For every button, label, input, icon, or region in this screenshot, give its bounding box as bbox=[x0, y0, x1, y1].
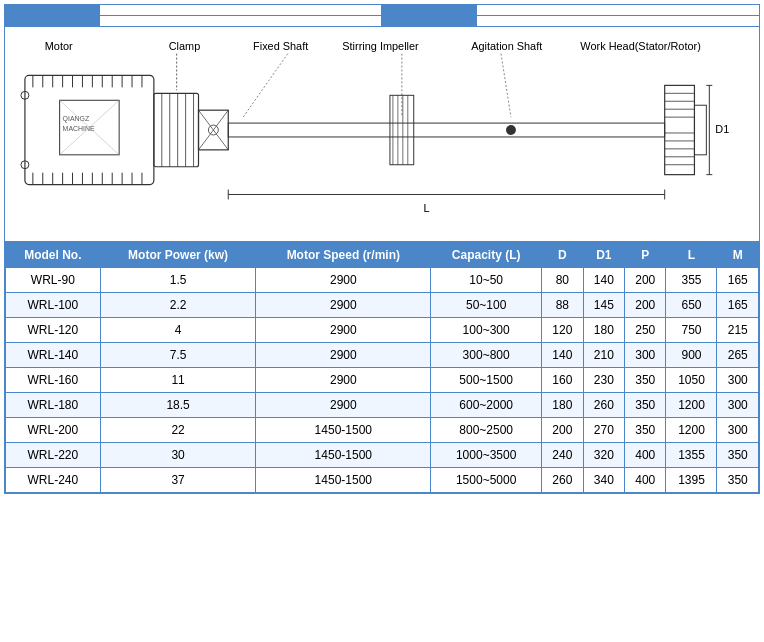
table-header-0: Model No. bbox=[6, 243, 101, 268]
table-cell-4-5: 230 bbox=[583, 368, 624, 393]
table-cell-5-1: 18.5 bbox=[100, 393, 256, 418]
table-cell-4-4: 160 bbox=[542, 368, 583, 393]
table-row: WRL-901.5290010~5080140200355165 bbox=[6, 268, 759, 293]
agitation-leader bbox=[501, 54, 511, 117]
table-cell-2-6: 250 bbox=[625, 318, 666, 343]
table-cell-6-2: 1450-1500 bbox=[256, 418, 431, 443]
table-cell-0-2: 2900 bbox=[256, 268, 431, 293]
table-cell-6-8: 300 bbox=[717, 418, 759, 443]
table-row: WRL-1002.2290050~10088145200650165 bbox=[6, 293, 759, 318]
table-cell-1-0: WRL-100 bbox=[6, 293, 101, 318]
table-row: WRL-18018.52900600~20001802603501200300 bbox=[6, 393, 759, 418]
fixed-shaft-label: Fixed Shaft bbox=[253, 40, 308, 52]
table-cell-8-6: 400 bbox=[625, 468, 666, 493]
table-header-3: Capacity (L) bbox=[431, 243, 542, 268]
info-grid-2 bbox=[5, 16, 759, 27]
agitation-shaft-dot bbox=[506, 125, 516, 135]
l-label: L bbox=[424, 202, 430, 214]
table-header-5: D1 bbox=[583, 243, 624, 268]
material-label bbox=[382, 5, 477, 15]
table-row: WRL-12042900100~300120180250750215 bbox=[6, 318, 759, 343]
table-cell-4-6: 350 bbox=[625, 368, 666, 393]
table-cell-7-0: WRL-220 bbox=[6, 443, 101, 468]
table-cell-8-7: 1395 bbox=[666, 468, 717, 493]
table-cell-3-5: 210 bbox=[583, 343, 624, 368]
diagram-svg: Motor Clamp Fixed Shaft Stirring Impelle… bbox=[15, 35, 749, 230]
components-row bbox=[382, 16, 759, 26]
table-cell-8-8: 350 bbox=[717, 468, 759, 493]
table-row: WRL-160112900500~15001602303501050300 bbox=[6, 368, 759, 393]
table-cell-3-7: 900 bbox=[666, 343, 717, 368]
table-header-row: Model No.Motor Power (kw)Motor Speed (r/… bbox=[6, 243, 759, 268]
table-cell-8-2: 1450-1500 bbox=[256, 468, 431, 493]
table-cell-5-8: 300 bbox=[717, 393, 759, 418]
table-cell-4-0: WRL-160 bbox=[6, 368, 101, 393]
table-cell-3-2: 2900 bbox=[256, 343, 431, 368]
table-cell-8-4: 260 bbox=[542, 468, 583, 493]
treatment-value bbox=[100, 16, 381, 26]
table-row: WRL-200221450-1500800~250020027035012003… bbox=[6, 418, 759, 443]
table-cell-3-4: 140 bbox=[542, 343, 583, 368]
material-row bbox=[382, 5, 759, 15]
table-cell-6-0: WRL-200 bbox=[6, 418, 101, 443]
treatment-label bbox=[5, 16, 100, 26]
end-cap bbox=[694, 105, 706, 155]
table-cell-0-7: 355 bbox=[666, 268, 717, 293]
table-row: WRL-220301450-15001000~35002403204001355… bbox=[6, 443, 759, 468]
table-header-2: Motor Speed (r/min) bbox=[256, 243, 431, 268]
table-cell-1-2: 2900 bbox=[256, 293, 431, 318]
table-header-7: L bbox=[666, 243, 717, 268]
gearbox bbox=[154, 93, 199, 166]
stirring-impeller-label: Stirring Impeller bbox=[342, 40, 419, 52]
table-cell-4-8: 300 bbox=[717, 368, 759, 393]
table-cell-5-5: 260 bbox=[583, 393, 624, 418]
table-cell-1-8: 165 bbox=[717, 293, 759, 318]
table-cell-0-4: 80 bbox=[542, 268, 583, 293]
table-header-1: Motor Power (kw) bbox=[100, 243, 256, 268]
table-cell-5-6: 350 bbox=[625, 393, 666, 418]
work-head-label: Work Head(Stator/Rotor) bbox=[580, 40, 700, 52]
table-cell-1-4: 88 bbox=[542, 293, 583, 318]
motor-label: Motor bbox=[45, 40, 73, 52]
table-cell-4-3: 500~1500 bbox=[431, 368, 542, 393]
table-cell-7-5: 320 bbox=[583, 443, 624, 468]
table-cell-7-6: 400 bbox=[625, 443, 666, 468]
table-cell-5-2: 2900 bbox=[256, 393, 431, 418]
table-cell-8-0: WRL-240 bbox=[6, 468, 101, 493]
table-cell-0-1: 1.5 bbox=[100, 268, 256, 293]
fixed-shaft-leader bbox=[243, 54, 288, 117]
table-cell-2-0: WRL-120 bbox=[6, 318, 101, 343]
table-cell-5-3: 600~2000 bbox=[431, 393, 542, 418]
info-col-right-2 bbox=[382, 16, 759, 26]
diagram-area: Motor Clamp Fixed Shaft Stirring Impelle… bbox=[5, 27, 759, 242]
table-cell-7-4: 240 bbox=[542, 443, 583, 468]
table-cell-6-1: 22 bbox=[100, 418, 256, 443]
treatment-row bbox=[5, 16, 381, 26]
table-cell-5-4: 180 bbox=[542, 393, 583, 418]
info-grid bbox=[5, 5, 759, 16]
table-cell-6-7: 1200 bbox=[666, 418, 717, 443]
table-cell-6-5: 270 bbox=[583, 418, 624, 443]
table-cell-1-5: 145 bbox=[583, 293, 624, 318]
table-cell-2-1: 4 bbox=[100, 318, 256, 343]
table-cell-1-7: 650 bbox=[666, 293, 717, 318]
table-row: WRL-1407.52900300~800140210300900265 bbox=[6, 343, 759, 368]
table-cell-2-4: 120 bbox=[542, 318, 583, 343]
table-header-4: D bbox=[542, 243, 583, 268]
work-head-body bbox=[665, 85, 695, 174]
table-cell-1-1: 2.2 bbox=[100, 293, 256, 318]
table-cell-8-3: 1500~5000 bbox=[431, 468, 542, 493]
info-col-left-2 bbox=[5, 16, 382, 26]
table-cell-7-2: 1450-1500 bbox=[256, 443, 431, 468]
main-shaft bbox=[228, 123, 664, 137]
table-cell-4-2: 2900 bbox=[256, 368, 431, 393]
table-cell-0-8: 165 bbox=[717, 268, 759, 293]
brand-row bbox=[5, 5, 381, 15]
table-cell-2-7: 750 bbox=[666, 318, 717, 343]
brand-value bbox=[100, 5, 381, 15]
table-cell-7-1: 30 bbox=[100, 443, 256, 468]
table-cell-3-3: 300~800 bbox=[431, 343, 542, 368]
table-cell-0-6: 200 bbox=[625, 268, 666, 293]
clamp-label: Clamp bbox=[169, 40, 201, 52]
table-cell-3-6: 300 bbox=[625, 343, 666, 368]
